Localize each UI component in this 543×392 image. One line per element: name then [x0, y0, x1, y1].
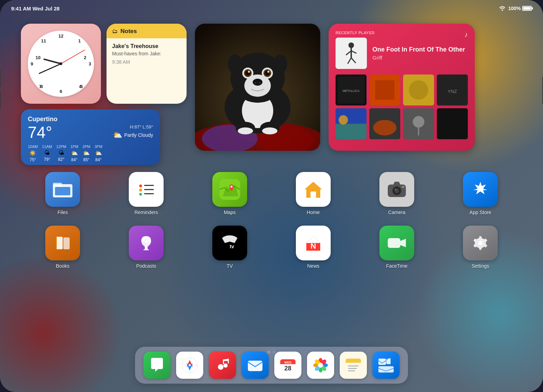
- app-icon-camera[interactable]: [379, 172, 414, 207]
- dock-app-notes[interactable]: [340, 352, 367, 379]
- app-icon-news[interactable]: N: [296, 226, 331, 260]
- svg-point-49: [413, 116, 424, 127]
- album-grid-item-2[interactable]: [369, 75, 400, 105]
- weather-hour-6: 3PM ⛅ 84°: [95, 144, 103, 162]
- weather-hour-icon-1: ☀️: [29, 150, 36, 156]
- app-item-camera[interactable]: Camera: [372, 172, 421, 215]
- svg-rect-71: [402, 186, 404, 188]
- svg-rect-58: [144, 189, 154, 190]
- notes-title: Notes: [120, 28, 137, 35]
- weather-hl: H:87° L:59°: [113, 124, 153, 130]
- clock-num-1: 1: [78, 38, 81, 44]
- album-grid-item-5[interactable]: [336, 108, 367, 139]
- svg-rect-73: [63, 237, 70, 249]
- svg-point-55: [139, 185, 142, 187]
- app-item-news[interactable]: N News: [289, 226, 338, 269]
- clock-hour-hand: [43, 58, 61, 64]
- dock-app-photos[interactable]: [307, 352, 334, 379]
- app-icon-reminders[interactable]: [129, 172, 164, 207]
- app-icon-home[interactable]: [296, 172, 331, 207]
- maps-icon-svg: [219, 179, 240, 200]
- album-grid-item-7[interactable]: [403, 108, 434, 139]
- app-item-books[interactable]: Books: [38, 226, 87, 269]
- svg-point-59: [139, 193, 142, 196]
- battery-container: 100%: [508, 6, 532, 11]
- app-icon-maps[interactable]: [212, 172, 247, 207]
- svg-rect-56: [144, 185, 154, 186]
- app-icon-tv[interactable]: tv: [212, 226, 247, 260]
- dock-app-safari[interactable]: [176, 352, 203, 379]
- weather-widget[interactable]: Cupertino 74° H:87° L:59° ⛅ Partly Cloud…: [21, 109, 160, 165]
- weather-hour-temp-6: 84°: [95, 157, 102, 162]
- wifi-icon: [499, 6, 505, 11]
- app-item-maps[interactable]: Maps: [205, 172, 254, 215]
- app-item-facetime[interactable]: FaceTime: [372, 226, 421, 269]
- app-item-files[interactable]: Files: [38, 172, 87, 215]
- files-icon-svg: [52, 181, 73, 198]
- app-item-tv[interactable]: tv TV: [205, 226, 254, 269]
- weather-condition-icon: ⛅: [113, 131, 122, 140]
- album-grid-item-3[interactable]: [403, 75, 434, 105]
- weather-hour-4: 1PM ⛅ 84°: [70, 144, 78, 162]
- app-icon-podcasts[interactable]: [129, 226, 164, 260]
- app-icon-books[interactable]: [45, 226, 80, 260]
- app-icon-settings[interactable]: [463, 226, 498, 260]
- app-label-tv: TV: [227, 263, 233, 269]
- weather-hour-icon-2: 🌤: [44, 150, 50, 156]
- ipad-frame: 9:41 AM Wed Jul 28 100%: [0, 0, 543, 392]
- svg-text:YNZ: YNZ: [448, 89, 457, 94]
- clock-widget[interactable]: 12 3 6 9 1 11 2 4 8 10 5 7: [21, 24, 101, 104]
- svg-point-57: [139, 189, 142, 191]
- home-icon-svg: [303, 179, 324, 200]
- widgets-left-col: 12 3 6 9 1 11 2 4 8 10 5 7: [21, 24, 187, 165]
- app-label-facetime: FaceTime: [386, 263, 408, 269]
- tv-icon-svg: tv: [219, 233, 240, 253]
- app-label-news: News: [307, 263, 319, 269]
- clock-center-dot: [60, 62, 62, 65]
- dock-app-mail[interactable]: [242, 352, 269, 379]
- album-grid-item-4[interactable]: YNZ: [437, 75, 468, 105]
- svg-rect-110: [348, 366, 359, 367]
- dock-app-calendar[interactable]: 28 WED: [274, 352, 301, 379]
- safari-icon-svg: [181, 356, 198, 374]
- clock-num-6: 6: [60, 89, 62, 94]
- notes-body: Jake's Treehouse Must-haves from Jake: 9…: [107, 38, 187, 70]
- album-grid-item-1[interactable]: METALLICA: [336, 75, 367, 105]
- app-item-settings[interactable]: Settings: [456, 226, 505, 269]
- app-item-podcasts[interactable]: Podcasts: [122, 226, 171, 269]
- app-icon-facetime[interactable]: [379, 226, 414, 260]
- weather-hour-1: 10AM ☀️ 75°: [28, 144, 38, 162]
- weather-city: Cupertino: [28, 116, 153, 123]
- photo-widget[interactable]: [195, 24, 320, 151]
- album-grid-item-8[interactable]: [437, 108, 468, 139]
- calendar-icon-svg: 28 WED: [279, 356, 297, 374]
- dock-app-messages[interactable]: [143, 352, 171, 379]
- weather-hour-time-6: 3PM: [95, 144, 103, 149]
- podcasts-icon-svg: [136, 233, 157, 253]
- app-icon-files[interactable]: [45, 172, 80, 207]
- app-item-home[interactable]: Home: [289, 172, 338, 215]
- weather-hour-temp-1: 75°: [30, 157, 36, 162]
- svg-rect-38: [375, 80, 395, 100]
- notes-header: 🗂 Notes: [107, 24, 187, 38]
- music-song-title: One Foot In Front Of The Other: [372, 46, 465, 54]
- music-info: One Foot In Front Of The Other Griff: [372, 38, 465, 69]
- svg-point-63: [230, 186, 233, 188]
- mail-icon-svg: [246, 356, 264, 374]
- svg-point-10: [254, 82, 257, 84]
- clock-num-2: 2: [84, 55, 86, 60]
- app-icon-appstore[interactable]: [463, 172, 498, 207]
- clock-face: 12 3 6 9 1 11 2 4 8 10 5 7: [28, 31, 94, 97]
- app-item-appstore[interactable]: App Store: [456, 172, 505, 215]
- clock-second-hand: [61, 49, 85, 64]
- app-label-appstore: App Store: [470, 210, 491, 215]
- dock-app-storekit[interactable]: [372, 352, 400, 379]
- app-item-reminders[interactable]: Reminders: [122, 172, 171, 215]
- music-widget[interactable]: RECENTLY PLAYED ♪: [329, 24, 475, 151]
- album-grid-item-6[interactable]: [369, 108, 400, 139]
- notes-widget[interactable]: 🗂 Notes Jake's Treehouse Must-haves from…: [107, 24, 187, 104]
- battery-percent: 100%: [508, 6, 521, 11]
- svg-rect-53: [53, 183, 62, 187]
- svg-text:28: 28: [284, 365, 291, 372]
- dock-app-music[interactable]: [209, 352, 236, 379]
